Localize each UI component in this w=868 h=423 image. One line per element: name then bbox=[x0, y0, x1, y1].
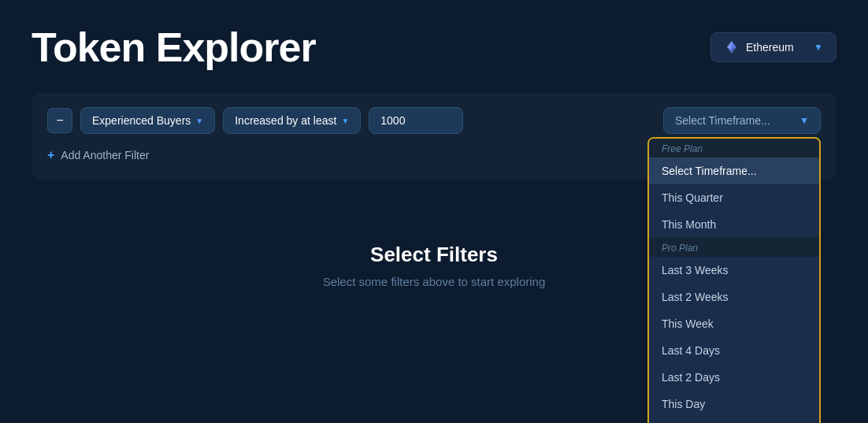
page-container: Token Explorer Ethereum ▼ − Experienced … bbox=[0, 0, 868, 423]
increase-filter-label: Increased by at least bbox=[235, 114, 336, 127]
network-chevron-icon: ▼ bbox=[814, 42, 823, 53]
timeframe-option-quarter[interactable]: This Quarter bbox=[649, 184, 819, 211]
add-filter-label: Add Another Filter bbox=[61, 149, 149, 161]
timeframe-dropdown-wrapper: Select Timeframe... ▼ Free Plan Select T… bbox=[663, 107, 821, 134]
timeframe-option-thisday[interactable]: This Day bbox=[649, 391, 819, 417]
plus-icon: + bbox=[47, 148, 54, 162]
network-label: Ethereum bbox=[746, 41, 807, 54]
timeframe-option-last2days[interactable]: Last 2 Days bbox=[649, 364, 819, 391]
ethereum-icon bbox=[724, 39, 740, 55]
amount-input[interactable] bbox=[369, 107, 463, 134]
free-plan-group-label: Free Plan bbox=[649, 139, 819, 158]
network-selector[interactable]: Ethereum ▼ bbox=[710, 32, 836, 62]
timeframe-option-last2weeks[interactable]: Last 2 Weeks bbox=[649, 284, 819, 310]
add-filter-button[interactable]: + Add Another Filter bbox=[47, 145, 149, 165]
buyer-filter-chevron-icon: ▼ bbox=[195, 117, 203, 125]
pro-plan-group-label: Pro Plan bbox=[649, 238, 819, 257]
select-filters-subtitle: Select some filters above to start explo… bbox=[323, 275, 546, 288]
minus-icon: − bbox=[56, 113, 63, 128]
timeframe-option-last3weeks[interactable]: Last 3 Weeks bbox=[649, 257, 819, 284]
timeframe-option-select[interactable]: Select Timeframe... bbox=[649, 158, 819, 184]
header-row: Token Explorer Ethereum ▼ bbox=[32, 24, 836, 71]
increase-filter-chip[interactable]: Increased by at least ▼ bbox=[223, 107, 361, 134]
select-filters-title: Select Filters bbox=[370, 243, 498, 267]
timeframe-select-button[interactable]: Select Timeframe... ▼ bbox=[663, 107, 821, 134]
timeframe-button-label: Select Timeframe... bbox=[675, 114, 770, 127]
remove-filter-button[interactable]: − bbox=[47, 108, 72, 133]
filter-row: − Experienced Buyers ▼ Increased by at l… bbox=[47, 107, 821, 134]
buyer-filter-chip[interactable]: Experienced Buyers ▼ bbox=[80, 107, 215, 134]
timeframe-option-month[interactable]: This Month bbox=[649, 211, 819, 238]
buyer-filter-label: Experienced Buyers bbox=[92, 114, 191, 127]
timeframe-chevron-icon: ▼ bbox=[799, 115, 809, 126]
timeframe-option-last12hour[interactable]: Last 12 Hour bbox=[649, 417, 819, 423]
timeframe-dropdown-menu: Free Plan Select Timeframe... This Quart… bbox=[647, 137, 821, 423]
increase-filter-chevron-icon: ▼ bbox=[341, 117, 349, 125]
timeframe-option-last4days[interactable]: Last 4 Days bbox=[649, 337, 819, 364]
page-title: Token Explorer bbox=[32, 24, 316, 71]
timeframe-option-thisweek[interactable]: This Week bbox=[649, 310, 819, 337]
filter-panel: − Experienced Buyers ▼ Increased by at l… bbox=[32, 93, 836, 180]
svg-marker-3 bbox=[727, 41, 732, 50]
